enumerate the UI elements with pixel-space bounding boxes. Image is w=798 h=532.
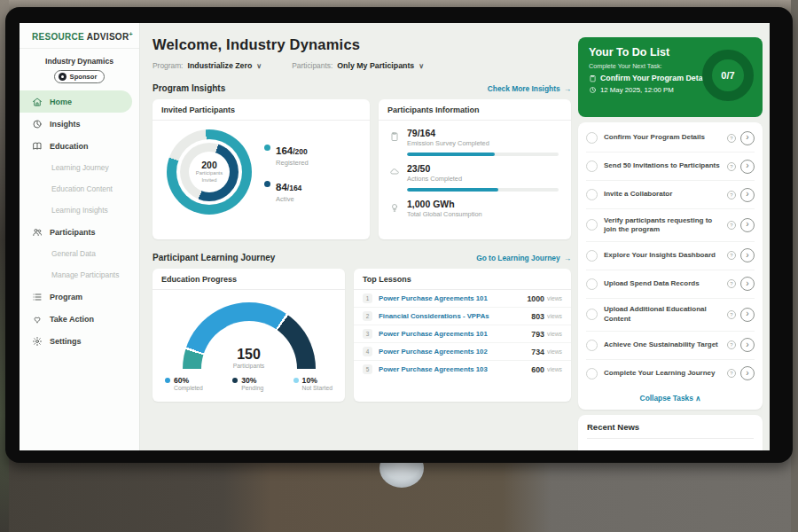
home-icon [32,97,43,107]
lesson-link[interactable]: Power Purchase Agreements 103 [379,365,531,373]
donut-center-label: Invited [201,177,216,184]
task-chevron-button[interactable]: › [740,248,755,262]
invited-participants-card: Invited Participants 200 Participants In… [153,99,370,239]
todo-column: Your To Do List Complete Your Next Task:… [578,23,763,450]
views-count: 803 [531,312,544,321]
task-row[interactable]: Send 50 Invitations to Participants ? › [586,153,755,181]
info-icon[interactable]: ? [727,369,736,378]
task-row[interactable]: Achieve One Sustainability Target ? › [586,332,755,360]
task-chevron-button[interactable]: › [740,160,755,174]
sidebar-item-label: Take Action [50,315,94,324]
task-chevron-button[interactable]: › [740,218,755,232]
lesson-link[interactable]: Financial Considerations - VPPAs [379,312,531,320]
task-row[interactable]: Explore Your Insights Dashboard ? › [586,242,755,270]
info-icon[interactable]: ? [727,251,736,260]
task-chevron-button[interactable]: › [740,366,755,380]
sidebar-item-insights[interactable]: Insights [20,113,132,135]
rank-badge: 5 [363,364,372,374]
collapse-tasks-link[interactable]: Collapse Tasks ∧ [586,387,755,408]
filter-bar: Program: Industrialize Zero ∨ Participan… [153,61,571,70]
task-chevron-button[interactable]: › [740,308,755,322]
task-chevron-button[interactable]: › [740,338,755,352]
sidebar-item-manage-participants[interactable]: Manage Participants [20,264,139,286]
info-icon[interactable]: ? [727,340,736,349]
invited-participants-donut-chart: 200 Participants Invited [167,129,252,215]
info-icon[interactable]: ? [727,162,736,171]
info-icon[interactable]: ? [727,279,736,288]
education-progress-card: Education Progress 150 Participants 60% [153,269,345,402]
task-chevron-button[interactable]: › [740,277,755,291]
lesson-link[interactable]: Power Purchase Agreements 101 [379,330,531,338]
task-row[interactable]: Confirm Your Program Details ? › [586,124,755,153]
rank-badge: 2 [363,311,372,321]
views-label: views [547,313,562,319]
todo-next-task-label: Confirm Your Program Details [600,74,711,82]
task-checkbox[interactable] [586,368,598,379]
task-chevron-button[interactable]: › [740,188,755,202]
navy-dot-icon [232,378,238,383]
recent-news-card: Recent News [578,415,763,450]
sidebar-item-program[interactable]: Program [20,286,132,308]
sidebar-item-label: Manage Participants [51,270,119,279]
legend-label: Pending [241,385,263,391]
gear-icon [32,336,43,347]
todo-progress-ring: 0/7 [702,50,754,101]
sponsor-badge[interactable]: Sponsor [54,70,106,83]
participants-select[interactable]: Participants: Only My Participants ∨ [292,61,424,70]
sidebar-item-education[interactable]: Education [20,135,132,157]
info-icon[interactable]: ? [727,310,736,319]
task-checkbox[interactable] [586,160,598,172]
lesson-link[interactable]: Power Purchase Agreements 101 [379,294,527,302]
sidebar-item-learning-insights[interactable]: Learning Insights [20,200,139,221]
sidebar-item-label: Education Content [51,184,113,193]
sidebar-item-learning-journey[interactable]: Learning Journey [20,157,139,178]
organization-name: Industry Dynamics [20,57,139,66]
task-checkbox[interactable] [586,219,598,231]
participants-information-card: Participants Information 79/164 Emission… [379,99,571,239]
task-checkbox[interactable] [586,278,598,290]
sidebar-item-general-data[interactable]: General Data [20,243,139,264]
recent-news-title: Recent News [587,422,754,439]
task-row[interactable]: Invite a Collaborator ? › [586,181,755,209]
task-checkbox[interactable] [586,132,598,144]
views-count: 1000 [527,294,544,303]
card-title: Participants Information [379,99,571,121]
task-label: Upload Additional Educational Content [604,305,724,324]
task-checkbox[interactable] [586,309,598,320]
task-checkbox[interactable] [586,340,598,351]
rank-badge: 1 [363,293,372,303]
go-to-learning-journey-link[interactable]: Go to Learning Journey → [476,254,571,262]
section-title: Program Insights [153,83,225,93]
sidebar-item-settings[interactable]: Settings [20,330,132,352]
metric-label: Emission Survey Completed [407,139,489,147]
info-icon[interactable]: ? [727,191,736,200]
lesson-link[interactable]: Power Purchase Agreements 102 [379,348,531,356]
info-icon[interactable]: ? [727,134,736,143]
task-checkbox[interactable] [586,189,598,200]
legend-registered: 164/200 Registered [264,142,309,167]
task-checkbox[interactable] [586,250,598,262]
tasks-card: Confirm Your Program Details ? › Send 50… [578,122,763,410]
task-label: Explore Your Insights Dashboard [604,251,724,260]
task-row[interactable]: Upload Additional Educational Content ? … [586,299,755,332]
task-label: Invite a Collaborator [604,190,724,199]
task-row[interactable]: Verify participants requesting to join t… [586,209,755,242]
task-row[interactable]: Upload Spend Data Records ? › [586,270,755,299]
sidebar-item-education-content[interactable]: Education Content [20,178,139,200]
gauge-center-value: 150 [183,347,316,363]
legend-label: Not Started [302,385,332,391]
sidebar-item-take-action[interactable]: Take Action [20,308,132,330]
views-label: views [547,295,562,301]
sidebar-item-participants[interactable]: Participants [20,221,132,243]
sidebar-item-home[interactable]: Home [20,90,132,113]
logo-plus: + [129,31,132,37]
task-row[interactable]: Complete Your Learning Journey ? › [586,360,755,387]
check-more-insights-link[interactable]: Check More Insights → [488,84,571,93]
program-select[interactable]: Program: Industrialize Zero ∨ [153,61,262,70]
card-title: Top Lessons [354,269,571,290]
legend-value: 84 [276,182,287,192]
legend-label: Completed [174,385,203,391]
task-chevron-button[interactable]: › [740,131,755,145]
legend-label: Active [276,195,301,203]
info-icon[interactable]: ? [727,221,736,230]
